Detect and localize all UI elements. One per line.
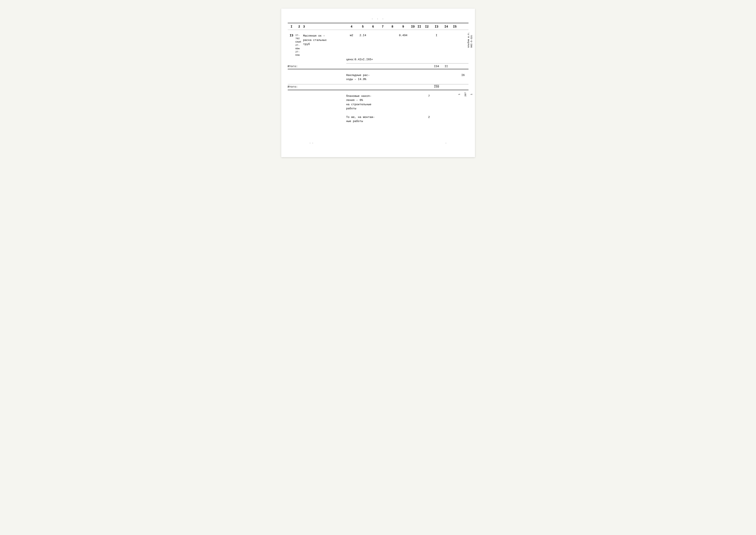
header-row: I 2 3 4 5 6 7 8 9 IO II I2 I3 I4 I5 [288, 23, 468, 30]
entry-id: I3 [288, 34, 295, 37]
divider-thick-1 [288, 69, 468, 69]
header-col-1: I [288, 25, 295, 28]
planovye-description: Плановые накоп– ления – 6% на строительн… [346, 94, 458, 111]
itogo-row-1: Итого: I34 II [288, 64, 468, 69]
header-col-8: 8 [388, 25, 397, 28]
itogo-1-label: Итого: [288, 65, 346, 68]
header-col-6: 6 [369, 25, 378, 28]
entry-code: I7-702 СНиП 27-60ж 27-63ж [295, 34, 303, 57]
header-col-15: I5 [451, 25, 459, 28]
price-spacer [288, 58, 346, 61]
entry-col9: 0.494 [397, 34, 410, 37]
header-col-11: II [416, 25, 423, 28]
itogo-2-label: Итого: [288, 85, 346, 88]
price-row: цена:0.42хI.I65= [288, 57, 468, 61]
header-col-7: 7 [378, 25, 388, 28]
entry-col13: I [431, 34, 442, 37]
header-col-12: I2 [423, 25, 431, 28]
content-area: Альбом ш.п. 90I-5-32с I3 I7-702 СНиП 27-… [288, 30, 468, 124]
divider-thick-2 [288, 90, 468, 90]
page: · · · I 2 3 4 5 6 7 8 9 IO II I2 I3 I4 I… [281, 9, 475, 157]
nakl-description: Накладные рас– ходы – I4.9% [346, 73, 458, 82]
entry-col5: 2.I4 [357, 34, 369, 37]
nakl-col13: I6 [458, 73, 468, 77]
planovye-col13: 7 [424, 95, 434, 98]
itogo-2-col13: I50 [431, 85, 442, 88]
bottom-dot-right: . [445, 141, 447, 144]
tozhe-description: То же, на монтаж– ные работы [346, 115, 458, 124]
tozhe-col13: 2 [424, 116, 434, 119]
header-col-9: 9 [397, 25, 410, 28]
entry-unit: м2 [346, 34, 357, 37]
nakl-row: Накладные рас– ходы – I4.9% I6 [288, 70, 468, 82]
entry-description: Масляная ок – раска стальных труб [303, 34, 346, 46]
itogo-1-col14: II [442, 65, 451, 68]
side-label-album: Альбом ш.п. 90I-5-32с [467, 32, 473, 48]
entry-row-i3: I3 I7-702 СНиП 27-60ж 27-63ж Масляная ок… [288, 30, 468, 57]
itogo-1-col13: I34 [431, 65, 442, 68]
itogo-row-2: Итого: I50 [288, 84, 468, 89]
bottom-dots-area: .. . [288, 141, 468, 144]
header-col-4: 4 [346, 25, 357, 28]
bottom-dots-left: .. [309, 141, 315, 144]
header-col-13: I3 [431, 25, 442, 28]
price-text: цена:0.42хI.I65= [346, 58, 373, 61]
header-col-2: 2 [295, 25, 303, 28]
header-col-5: 5 [357, 25, 369, 28]
header-col-10: IO [410, 25, 416, 28]
header-col-3: 3 [303, 25, 346, 28]
tozhe-row: То же, на монтаж– ные работы 2 [288, 111, 468, 124]
side-label-207: 1 207 1 [455, 92, 473, 97]
planovye-row: Плановые накоп– ления – 6% на строительн… [288, 91, 468, 111]
top-dots: · · · [288, 17, 468, 21]
header-col-14: I4 [442, 25, 451, 28]
